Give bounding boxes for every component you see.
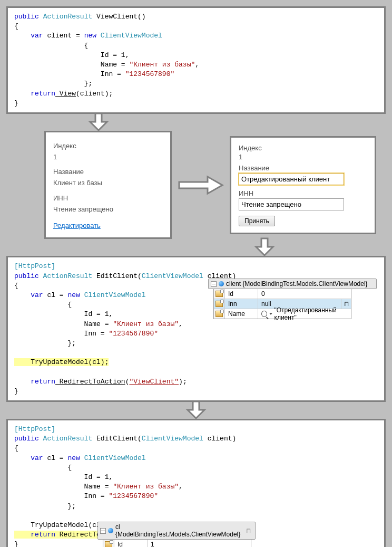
edit-inn-input[interactable] bbox=[239, 198, 344, 210]
view-inn-label: ИНН bbox=[53, 193, 163, 204]
view-client-panel: Индекс 1 Название Клиент из базы ИНН Чте… bbox=[44, 131, 172, 239]
view-index-value: 1 bbox=[53, 152, 163, 163]
arrow-1 bbox=[6, 112, 386, 132]
arrow-3 bbox=[6, 237, 386, 257]
pin-icon[interactable]: ⊓ bbox=[246, 527, 251, 534]
edit-inn-label: ИНН bbox=[239, 189, 367, 197]
edit-name-label: Название bbox=[239, 164, 367, 172]
view-name-label: Название bbox=[53, 167, 163, 178]
submit-button[interactable]: Принять bbox=[239, 216, 275, 226]
code-panel-1: public ActionResult ViewClient() { var c… bbox=[6, 6, 386, 114]
arrow-4 bbox=[6, 400, 386, 420]
object-icon bbox=[108, 528, 113, 533]
property-icon bbox=[215, 291, 223, 297]
edit-link[interactable]: Редактировать bbox=[53, 222, 101, 229]
property-icon bbox=[215, 311, 223, 317]
property-icon bbox=[215, 301, 223, 307]
debugger-tooltip-client: client {ModelBindingTest.Models.ClientVi… bbox=[208, 279, 377, 319]
debugger-tooltip-cl: cl {ModelBindingTest.Models.ClientViewMo… bbox=[97, 522, 256, 547]
tooltip-header: cl {ModelBindingTest.Models.ClientViewMo… bbox=[97, 522, 256, 540]
edit-index-value: 1 bbox=[239, 153, 367, 161]
view-index-label: Индекс bbox=[53, 141, 163, 152]
magnifier-icon[interactable] bbox=[261, 311, 267, 317]
edit-index-label: Индекс bbox=[239, 144, 367, 152]
property-icon bbox=[105, 541, 112, 547]
edit-client-panel: Индекс 1 Название ИНН Принять bbox=[230, 136, 376, 234]
collapse-icon[interactable] bbox=[211, 281, 217, 287]
tooltip-row: Id 1 bbox=[103, 540, 251, 547]
object-icon bbox=[219, 281, 224, 286]
tooltip-row: Name "Отредактированный клиент" bbox=[214, 309, 351, 319]
arrow-2 bbox=[172, 175, 230, 196]
edit-name-input[interactable] bbox=[239, 173, 344, 185]
view-name-value: Клиент из базы bbox=[53, 178, 163, 189]
dropdown-icon[interactable] bbox=[269, 313, 272, 315]
code-panel-2: [HttpPost] public ActionResult EditClien… bbox=[6, 256, 386, 402]
code-panel-3: [HttpPost] public ActionResult EditClien… bbox=[6, 419, 386, 547]
code-block-1: public ActionResult ViewClient() { var c… bbox=[14, 12, 378, 108]
view-inn-value: Чтение запрещено bbox=[53, 204, 163, 215]
collapse-icon[interactable] bbox=[100, 528, 106, 534]
tooltip-header: client {ModelBindingTest.Models.ClientVi… bbox=[208, 279, 377, 289]
tooltip-row: Id 0 bbox=[214, 289, 351, 299]
